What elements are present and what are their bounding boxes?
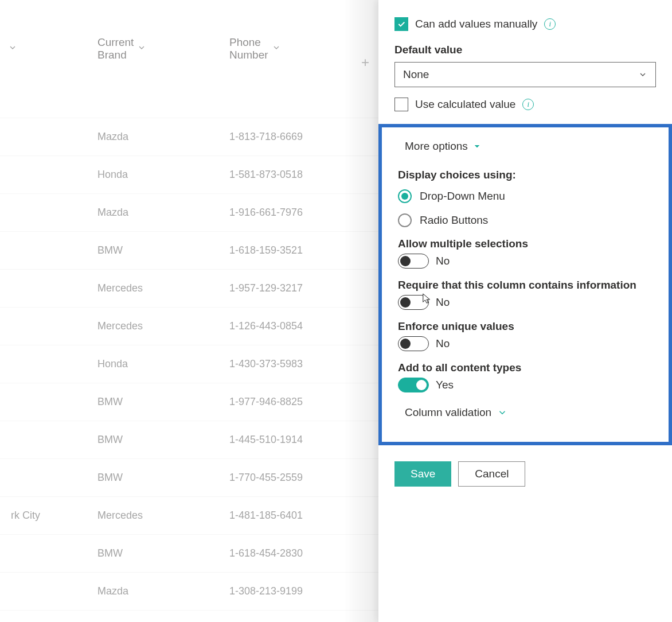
default-value-select[interactable]: None [394, 62, 656, 87]
cell-phone: 1-618-454-2830 [229, 547, 361, 559]
toggle-label: Enforce unique values [398, 320, 653, 333]
toggle-label: Require that this column contains inform… [398, 279, 653, 291]
table-row[interactable]: rk CityMercedes1-481-185-6401 [0, 496, 378, 534]
table-row[interactable]: Mazda1-916-661-7976 [0, 193, 378, 231]
enforce-unique-toggle-group: Enforce unique values No [398, 320, 653, 351]
table-row[interactable]: BMW1-618-454-2830 [0, 534, 378, 572]
button-label: Save [411, 468, 435, 480]
table-row[interactable]: Mazda1-813-718-6669 [0, 118, 378, 156]
checkbox-checked-icon [394, 17, 408, 31]
column-header-label: Phone Number [229, 36, 268, 61]
table-row[interactable]: Mercedes1-732-157-0877 [0, 610, 378, 622]
use-calculated-checkbox-row[interactable]: Use calculated value i [394, 98, 656, 111]
cell-phone: 1-445-510-1914 [229, 434, 361, 446]
toggle-value: No [436, 337, 450, 350]
info-icon[interactable]: i [522, 99, 534, 110]
expander-label: Column validation [405, 406, 491, 419]
cell-phone: 1-977-946-8825 [229, 396, 361, 408]
save-button[interactable]: Save [394, 461, 451, 487]
column-validation-expander[interactable]: Column validation [398, 403, 653, 422]
require-info-toggle-group: Require that this column contains inform… [398, 279, 653, 310]
can-add-values-checkbox-row[interactable]: Can add values manually i [394, 17, 656, 31]
radio-label: Radio Buttons [420, 214, 488, 227]
cancel-button[interactable]: Cancel [458, 461, 525, 487]
chevron-down-icon [472, 142, 482, 151]
cell-phone: 1-430-373-5983 [229, 358, 361, 370]
cell-phone: 1-481-185-6401 [229, 510, 361, 522]
add-column-button[interactable]: + [361, 55, 369, 71]
chevron-down-icon [638, 70, 647, 79]
table-row[interactable]: Mercedes1-126-443-0854 [0, 307, 378, 345]
radio-unchecked-icon [398, 213, 412, 227]
table-row[interactable]: BMW1-977-946-8825 [0, 383, 378, 421]
cell-phone: 1-126-443-0854 [229, 320, 361, 332]
info-icon[interactable]: i [544, 18, 556, 30]
cell-brand: Mercedes [97, 510, 229, 522]
cell-phone: 1-916-661-7976 [229, 207, 361, 219]
expander-label: More options [405, 140, 468, 153]
toggle-label: Add to all content types [398, 361, 653, 374]
chevron-down-icon [272, 42, 281, 55]
table-row[interactable]: Mercedes1-957-129-3217 [0, 269, 378, 307]
checkbox-label: Can add values manually [415, 18, 537, 30]
button-label: Cancel [475, 468, 509, 480]
table-row[interactable]: BMW1-445-510-1914 [0, 421, 378, 458]
cell-brand: Mazda [97, 207, 229, 219]
cell-phone: 1-813-718-6669 [229, 131, 361, 143]
require-info-toggle[interactable] [398, 295, 429, 310]
allow-multiple-toggle[interactable] [398, 254, 429, 269]
default-value-label: Default value [394, 44, 656, 56]
allow-multiple-toggle-group: Allow multiple selections No [398, 238, 653, 269]
add-all-types-toggle[interactable] [398, 378, 429, 392]
panel-button-row: Save Cancel [394, 461, 656, 487]
cell-brand: Mazda [97, 585, 229, 597]
cell-phone: 1-957-129-3217 [229, 282, 361, 294]
table-row[interactable]: BMW1-618-159-3521 [0, 231, 378, 269]
cell-phone: 1-581-873-0518 [229, 169, 361, 181]
radio-radio-buttons[interactable]: Radio Buttons [398, 213, 653, 227]
column-header-phone-number[interactable]: Phone Number [0, 36, 229, 61]
cell-phone: 1-618-159-3521 [229, 244, 361, 256]
cell-phone: 1-308-213-9199 [229, 585, 361, 597]
more-options-highlight: More options Display choices using: Drop… [378, 124, 672, 445]
chevron-down-icon [497, 407, 507, 418]
cell-brand: Mercedes [97, 320, 229, 332]
table-row[interactable]: Honda1-581-873-0518 [0, 156, 378, 193]
add-all-types-toggle-group: Add to all content types Yes [398, 361, 653, 392]
display-choices-label: Display choices using: [398, 169, 653, 181]
cell-phone: 1-770-455-2559 [229, 472, 361, 484]
radio-label: Drop-Down Menu [420, 190, 505, 203]
table-row[interactable]: BMW1-770-455-2559 [0, 458, 378, 496]
column-headers: Current Brand Phone Number [0, 0, 378, 72]
radio-dropdown-menu[interactable]: Drop-Down Menu [398, 189, 653, 203]
toggle-value: No [436, 255, 450, 267]
checkbox-unchecked-icon [394, 98, 408, 111]
column-settings-panel: Can add values manually i Default value … [378, 0, 672, 622]
cell-brand: Mazda [97, 131, 229, 143]
toggle-label: Allow multiple selections [398, 238, 653, 250]
cell-partial: rk City [0, 510, 97, 522]
cell-brand: BMW [97, 547, 229, 559]
table-row[interactable]: Mazda1-308-213-9199 [0, 572, 378, 610]
toggle-value: No [436, 296, 450, 309]
cell-brand: Honda [97, 169, 229, 181]
list-table-area: Current Brand Phone Number + Mazda1-813-… [0, 0, 378, 622]
cell-brand: Honda [97, 358, 229, 370]
checkbox-label: Use calculated value [415, 98, 515, 111]
table-row[interactable]: Honda1-430-373-5983 [0, 345, 378, 383]
cell-brand: BMW [97, 244, 229, 256]
more-options-expander[interactable]: More options [398, 138, 653, 155]
cell-brand: BMW [97, 396, 229, 408]
toggle-value: Yes [436, 379, 454, 391]
cell-brand: BMW [97, 472, 229, 484]
select-value: None [403, 68, 429, 81]
cell-brand: Mercedes [97, 282, 229, 294]
enforce-unique-toggle[interactable] [398, 336, 429, 351]
radio-checked-icon [398, 189, 412, 203]
cell-brand: BMW [97, 434, 229, 446]
table-body: Mazda1-813-718-6669Honda1-581-873-0518Ma… [0, 118, 378, 622]
